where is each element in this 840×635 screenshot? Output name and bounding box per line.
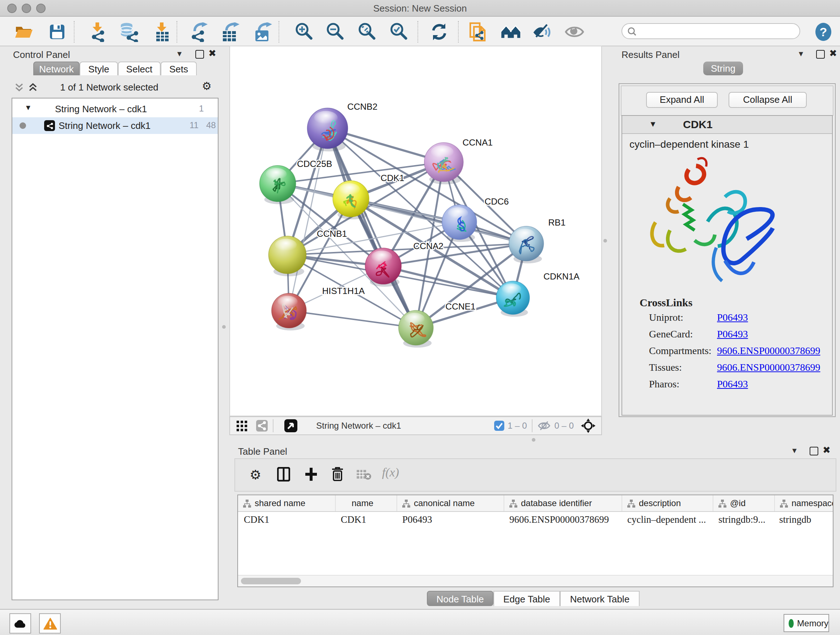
- show-all-button[interactable]: [564, 22, 584, 42]
- expand-all-button[interactable]: Expand All: [646, 92, 718, 108]
- graph-node-RB1[interactable]: RB1: [509, 218, 566, 264]
- tab-sets[interactable]: Sets: [161, 62, 197, 75]
- tab-network[interactable]: Network: [33, 62, 80, 75]
- panel-menu-arrow-icon[interactable]: ▾: [799, 49, 803, 59]
- float-panel-icon[interactable]: [195, 50, 204, 59]
- scrollbar-thumb[interactable]: [241, 578, 301, 584]
- open-session-button[interactable]: [14, 22, 34, 42]
- tab-node-table[interactable]: Node Table: [427, 591, 493, 606]
- open-folder-icon: [14, 23, 33, 41]
- panel-menu-arrow-icon[interactable]: ▾: [177, 49, 182, 59]
- delete-table-icon[interactable]: [357, 469, 371, 480]
- table-gear-icon[interactable]: ⚙: [249, 467, 261, 483]
- title-bar: Session: New Session: [0, 0, 840, 17]
- left-splitter-handle[interactable]: [222, 325, 226, 329]
- table-add-icon[interactable]: [305, 467, 317, 481]
- close-panel-icon[interactable]: ✖: [208, 48, 216, 59]
- graph-node-HIST1H1A[interactable]: HIST1H1A: [272, 286, 365, 331]
- tab-style[interactable]: Style: [80, 62, 118, 75]
- column-header[interactable]: canonical name: [397, 495, 504, 511]
- function-builder-icon[interactable]: f(x): [382, 466, 399, 480]
- node-label-CDC25B: CDC25B: [297, 159, 332, 169]
- tab-string[interactable]: String: [703, 62, 743, 75]
- export-network-button[interactable]: [189, 22, 209, 42]
- network-collection-row[interactable]: ▼ String Network – cdk1 1: [12, 101, 218, 117]
- protein-section-header[interactable]: ▼ CDK1: [622, 116, 832, 134]
- toolbar-separator: [279, 21, 280, 43]
- crosslink-pharos-link[interactable]: P06493: [717, 379, 748, 390]
- graph-node-CCNE1[interactable]: CCNE1: [399, 302, 476, 348]
- column-header[interactable]: description: [622, 495, 714, 511]
- string-network-graph[interactable]: CCNB2CCNA1CDC25BCDK1CDC6RB1CCNB1CCNA2CDK…: [230, 46, 601, 416]
- collection-expand-arrow-icon[interactable]: ▼: [25, 103, 32, 111]
- network-share-icon[interactable]: [256, 420, 268, 432]
- table-delete-icon[interactable]: [332, 466, 344, 481]
- zoom-fit-content-button[interactable]: [357, 22, 377, 42]
- right-splitter-handle[interactable]: [603, 239, 607, 242]
- column-header[interactable]: shared name: [238, 495, 336, 511]
- save-icon: [49, 23, 66, 41]
- graph-node-CDKN1A[interactable]: CDKN1A: [496, 272, 580, 317]
- node-label-CCNA1: CCNA1: [463, 138, 493, 147]
- crosslink-tissues-link[interactable]: 9606.ENSP00000378699: [717, 362, 820, 374]
- collapse-all-button[interactable]: Collapse All: [729, 92, 807, 108]
- close-panel-icon[interactable]: ✖: [829, 48, 837, 59]
- memory-button[interactable]: Memory: [783, 614, 829, 632]
- column-header[interactable]: @id: [714, 495, 775, 511]
- grid-mode-icon[interactable]: [237, 420, 248, 431]
- close-panel-icon[interactable]: ✖: [823, 445, 831, 455]
- network-canvas[interactable]: CCNB2CCNA1CDC25BCDK1CDC6RB1CCNB1CCNA2CDK…: [229, 46, 602, 416]
- section-collapse-arrow-icon[interactable]: ▼: [649, 119, 657, 128]
- zoom-selected-button[interactable]: [388, 22, 409, 42]
- export-table-button[interactable]: [220, 22, 240, 42]
- network-list-header: 1 of 1 Network selected ⚙: [4, 79, 214, 96]
- import-table-file-button[interactable]: [152, 22, 172, 42]
- selected-checkbox-icon[interactable]: [494, 421, 504, 431]
- bottom-splitter-handle[interactable]: [532, 438, 535, 442]
- export-image-button[interactable]: [253, 22, 273, 42]
- float-panel-icon[interactable]: [810, 447, 818, 455]
- control-panel-title: Control Panel: [13, 49, 70, 60]
- zoom-out-button[interactable]: [325, 22, 345, 42]
- table-panel-title: Table Panel: [238, 446, 287, 457]
- network-row-selected[interactable]: String Network – cdk1 11 48: [12, 117, 218, 134]
- search-input[interactable]: [637, 25, 784, 37]
- float-panel-icon[interactable]: [816, 50, 825, 59]
- refresh-icon: [430, 22, 448, 41]
- column-header[interactable]: namespace: [775, 495, 833, 511]
- column-header[interactable]: database identifier: [504, 495, 622, 511]
- table-row[interactable]: CDK1 CDK1 P06493 9606.ENSP00000378699 cy…: [238, 511, 833, 529]
- panel-menu-arrow-icon[interactable]: ▾: [792, 445, 797, 455]
- duplicate-network-button[interactable]: [468, 22, 488, 42]
- table-columns-icon[interactable]: [277, 467, 290, 481]
- column-header[interactable]: name: [336, 495, 397, 511]
- toolbar-separator: [458, 21, 459, 43]
- search-field[interactable]: [622, 23, 800, 39]
- hide-selected-button[interactable]: [532, 22, 553, 42]
- zoom-in-button[interactable]: [294, 22, 314, 42]
- crosshair-icon[interactable]: [581, 418, 595, 433]
- import-network-database-button[interactable]: [118, 22, 139, 42]
- crosslink-genecard-link[interactable]: P06493: [717, 329, 748, 340]
- network-options-gear-icon[interactable]: ⚙: [202, 80, 212, 93]
- graph-node-CCNB2[interactable]: CCNB2: [307, 102, 377, 152]
- save-session-button[interactable]: [47, 22, 67, 42]
- refresh-view-button[interactable]: [429, 22, 449, 42]
- table-hscrollbar[interactable]: [238, 575, 833, 586]
- help-button[interactable]: ?: [813, 22, 834, 42]
- birdseye-view-icon[interactable]: [284, 419, 297, 432]
- first-neighbors-button[interactable]: [501, 22, 521, 42]
- hidden-eye-slash-icon[interactable]: [538, 421, 551, 431]
- graph-node-CCNA1[interactable]: CCNA1: [424, 138, 493, 185]
- network-selected-status: 1 of 1 Network selected: [4, 82, 214, 93]
- crosslink-uniprot-link[interactable]: P06493: [717, 312, 748, 324]
- network-list: ▼ String Network – cdk1 1 String Network…: [11, 98, 218, 600]
- tab-edge-table[interactable]: Edge Table: [493, 591, 560, 606]
- crosslink-compartments-link[interactable]: 9606.ENSP00000378699: [717, 345, 820, 357]
- cloud-button[interactable]: [9, 613, 31, 633]
- tab-select[interactable]: Select: [118, 62, 161, 75]
- import-network-file-button[interactable]: [88, 22, 108, 42]
- warnings-button[interactable]: [39, 613, 61, 633]
- table-header-row: shared name name canonical name database…: [238, 495, 833, 512]
- tab-network-table[interactable]: Network Table: [560, 591, 639, 606]
